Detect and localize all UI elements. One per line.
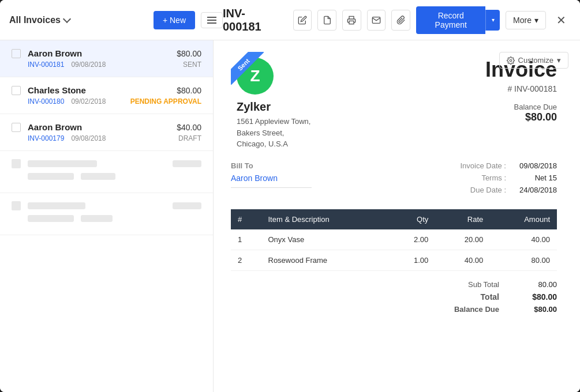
balance-due-amount: $80.00: [485, 111, 557, 123]
item-rate: 20.00: [435, 229, 490, 250]
record-payment-label: Record Payment: [435, 11, 467, 29]
more-button[interactable]: More ▾: [506, 11, 546, 29]
header-right: INV-000181: [223, 6, 571, 34]
edit-button[interactable]: [293, 10, 312, 31]
svg-point-1: [510, 59, 512, 62]
list-item[interactable]: Aaron Brown $80.00 INV-000181 09/08/2018…: [0, 40, 213, 77]
record-payment-button[interactable]: Record Payment: [416, 6, 485, 34]
invoice-meta: Invoice Date : 09/08/2018 Terms : Net 15…: [461, 161, 557, 198]
terms-label: Terms :: [481, 174, 506, 182]
bill-to-header: Bill To: [231, 161, 312, 170]
dropdown-arrow-icon: ▾: [492, 17, 495, 23]
pencil-icon: [298, 16, 307, 25]
totals-section: Sub Total 80.00 Total $80.00 Balance Due…: [231, 280, 557, 314]
close-button[interactable]: ✕: [552, 11, 571, 29]
col-rate: Rate: [435, 209, 490, 229]
list-item[interactable]: Charles Stone $80.00 INV-000180 09/02/20…: [0, 77, 213, 114]
item-qty: 1.00: [387, 250, 435, 270]
skeleton-item: [0, 151, 213, 193]
customize-button[interactable]: Customize ▾: [499, 52, 568, 69]
customize-chevron-icon: ▾: [557, 56, 561, 65]
header: All Invoices + New INV-000181: [0, 0, 580, 40]
record-payment-dropdown-button[interactable]: ▾: [485, 10, 500, 31]
new-button-label: + New: [163, 16, 186, 25]
record-payment-group: Record Payment ▾: [416, 6, 500, 34]
attach-button[interactable]: [391, 10, 410, 31]
invoice-number: INV-000181: [28, 61, 64, 69]
skeleton-item: [0, 193, 213, 235]
invoice-date-row: Invoice Date : 09/08/2018: [461, 161, 557, 170]
invoice-amount: $80.00: [177, 86, 201, 95]
invoice-status: SENT: [183, 61, 201, 69]
list-item[interactable]: Aaron Brown $40.00 INV-000179 09/08/2018…: [0, 114, 213, 151]
invoice-detail: Sent Customize ▾ Z Zylker: [214, 40, 580, 392]
invoice-amount: $80.00: [177, 49, 201, 58]
invoice-sidebar: Aaron Brown $80.00 INV-000181 09/08/2018…: [0, 40, 214, 392]
table-row: 1 Onyx Vase 2.00 20.00 40.00: [231, 229, 557, 250]
header-left: All Invoices + New: [9, 11, 223, 29]
terms-value: Net 15: [511, 174, 557, 182]
due-date-value: 24/08/2018: [511, 186, 557, 194]
bill-to-name[interactable]: Aaron Brown: [231, 174, 312, 183]
total-value: $80.00: [522, 292, 557, 301]
checkbox-2[interactable]: [12, 86, 21, 95]
download-button[interactable]: [317, 10, 336, 31]
menu-line-icon: [207, 22, 216, 24]
more-chevron-icon: ▾: [534, 16, 538, 25]
gear-icon: [507, 56, 515, 65]
menu-line-icon: [207, 17, 216, 18]
checkbox-1[interactable]: [12, 49, 21, 58]
total-label: Total: [441, 292, 499, 301]
address-line1: 1561 Appleview Town,: [237, 117, 310, 126]
address-line2: Bakers Street,: [237, 129, 284, 137]
invoice-status: PENDING APPROVAL: [130, 97, 201, 105]
customer-name: Aaron Brown: [28, 122, 170, 132]
bill-to: Bill To Aaron Brown: [231, 161, 312, 198]
invoice-number: INV-000180: [28, 97, 64, 105]
sub-total-label: Sub Total: [441, 280, 499, 289]
sent-ribbon-container: Sent: [231, 52, 283, 104]
chevron-down-icon: [63, 14, 71, 22]
items-table: # Item & Description Qty Rate Amount 1 O…: [231, 209, 557, 271]
item-description: Rosewood Frame: [261, 250, 388, 270]
all-invoices-button[interactable]: All Invoices: [9, 15, 70, 25]
invoice-number-label: # INV-000181: [485, 84, 557, 93]
more-label: More: [513, 16, 532, 25]
balance-due-row: Balance Due $80.00: [441, 305, 557, 314]
print-button[interactable]: [342, 10, 361, 31]
all-invoices-label: All Invoices: [9, 15, 61, 25]
col-qty: Qty: [387, 209, 435, 229]
company-address: 1561 Appleview Town, Bakers Street, Chic…: [237, 116, 310, 150]
menu-button[interactable]: [201, 12, 223, 28]
customer-name: Aaron Brown: [28, 48, 170, 58]
email-button[interactable]: [367, 10, 386, 31]
invoice-date: 09/08/2018: [71, 61, 106, 69]
main-content: Aaron Brown $80.00 INV-000181 09/08/2018…: [0, 40, 580, 392]
sub-total-value: 80.00: [522, 280, 557, 289]
item-num: 1: [231, 229, 261, 250]
customize-label: Customize: [518, 56, 553, 65]
bill-section: Bill To Aaron Brown Invoice Date : 09/08…: [231, 161, 557, 198]
balance-due-row-label: Balance Due: [441, 305, 499, 314]
item-amount: 80.00: [490, 250, 557, 270]
item-rate: 40.00: [435, 250, 490, 270]
item-num: 2: [231, 250, 261, 270]
due-date-label: Due Date :: [470, 186, 506, 194]
terms-row: Terms : Net 15: [461, 174, 557, 182]
close-icon: ✕: [556, 14, 566, 27]
attach-icon: [396, 16, 406, 25]
table-row: 2 Rosewood Frame 1.00 40.00 80.00: [231, 250, 557, 270]
invoice-date-value: 09/08/2018: [511, 161, 557, 170]
sub-total-row: Sub Total 80.00: [441, 280, 557, 289]
email-icon: [372, 16, 381, 25]
sent-ribbon: Sent: [231, 52, 264, 85]
menu-line-icon: [207, 20, 216, 21]
app-window: All Invoices + New INV-000181: [0, 0, 580, 392]
item-description: Onyx Vase: [261, 229, 388, 250]
item-amount: 40.00: [490, 229, 557, 250]
total-row: Total $80.00: [441, 292, 557, 301]
new-button[interactable]: + New: [154, 11, 195, 29]
col-description: Item & Description: [261, 209, 388, 229]
item-qty: 2.00: [387, 229, 435, 250]
checkbox-3[interactable]: [12, 123, 21, 132]
